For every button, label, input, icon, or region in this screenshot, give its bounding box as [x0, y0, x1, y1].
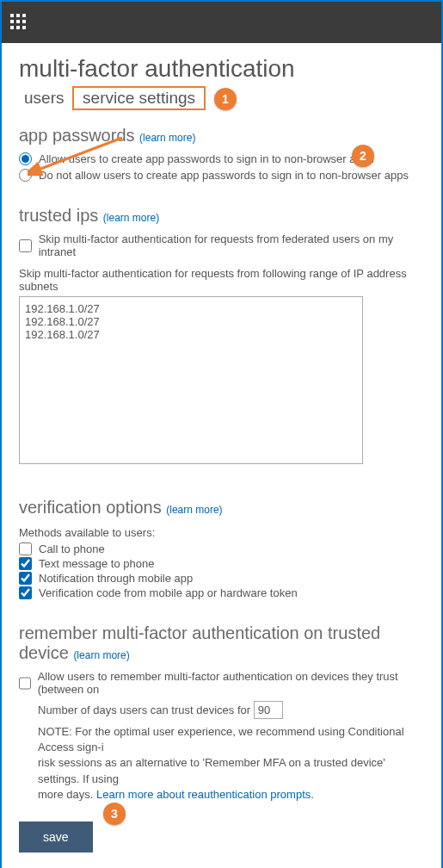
method-list: Call to phone Text message to phone Noti… — [19, 542, 424, 599]
radio-allow-input[interactable] — [19, 152, 32, 165]
learn-reauth-link[interactable]: Learn more about reauthentication prompt… — [96, 788, 311, 801]
radio-disallow-label: Do not allow users to create app passwor… — [39, 169, 409, 182]
heading-app-passwords: app passwords — [19, 126, 135, 145]
learn-more-trusted-ips[interactable]: (learn more) — [103, 212, 159, 224]
days-row: Number of days users can trust devices f… — [38, 701, 424, 719]
note-line1: NOTE: For the optimal user experience, w… — [38, 725, 404, 753]
remember-note: NOTE: For the optimal user experience, w… — [38, 724, 424, 803]
ip-subnets-textarea[interactable] — [19, 296, 363, 464]
checkbox-call-label: Call to phone — [39, 542, 105, 555]
page-title: multi-factor authentication — [19, 55, 424, 83]
radio-disallow-app-passwords[interactable]: Do not allow users to create app passwor… — [19, 169, 424, 182]
checkbox-call-input[interactable] — [19, 542, 32, 555]
days-label: Number of days users can trust devices f… — [38, 704, 250, 716]
learn-more-verification[interactable]: (learn more) — [166, 504, 222, 516]
radio-allow-label: Allow users to create app passwords to s… — [39, 152, 373, 165]
checkbox-remember-input[interactable] — [19, 677, 31, 690]
section-app-passwords: app passwords (learn more) — [19, 126, 424, 146]
checkbox-remember-mfa[interactable]: Allow users to remember multi-factor aut… — [19, 670, 424, 696]
checkbox-code-label: Verification code from mobile app or har… — [39, 586, 298, 599]
checkbox-verification-code[interactable]: Verification code from mobile app or har… — [19, 586, 424, 599]
checkbox-skip-federated-input[interactable] — [19, 239, 32, 252]
checkbox-text-input[interactable] — [19, 557, 32, 570]
heading-verification: verification options — [19, 498, 162, 517]
top-bar — [2, 2, 441, 43]
methods-available-label: Methods available to users: — [19, 526, 424, 539]
skip-range-label: Skip multi-factor authentication for req… — [19, 267, 424, 293]
section-remember: remember multi-factor authentication on … — [19, 623, 424, 663]
radio-disallow-input[interactable] — [19, 169, 32, 182]
tab-service-settings[interactable]: service settings — [72, 86, 206, 110]
note-line2: risk sessions as an alternative to 'Reme… — [38, 756, 385, 784]
section-verification: verification options (learn more) — [19, 498, 424, 518]
tab-users[interactable]: users — [19, 87, 69, 109]
days-input[interactable] — [254, 701, 283, 719]
checkbox-skip-federated[interactable]: Skip multi-factor authentication for req… — [19, 232, 424, 258]
remember-details: Number of days users can trust devices f… — [38, 701, 424, 803]
checkbox-notification-app[interactable]: Notification through mobile app — [19, 572, 424, 585]
save-button[interactable]: save — [19, 822, 93, 852]
checkbox-code-input[interactable] — [19, 586, 32, 599]
callout-2: 2 — [352, 145, 374, 167]
callout-3: 3 — [103, 803, 126, 825]
learn-more-remember[interactable]: (learn more) — [73, 649, 129, 661]
checkbox-text-to-phone[interactable]: Text message to phone — [19, 557, 424, 570]
content-area: multi-factor authentication users servic… — [2, 43, 441, 868]
checkbox-text-label: Text message to phone — [39, 557, 154, 570]
heading-trusted-ips: trusted ips — [19, 206, 98, 225]
checkbox-skip-federated-label: Skip multi-factor authentication for req… — [39, 232, 424, 258]
checkbox-call-to-phone[interactable]: Call to phone — [19, 542, 424, 555]
app-launcher-icon[interactable] — [10, 14, 28, 31]
callout-1: 1 — [214, 88, 237, 110]
learn-more-app-passwords[interactable]: (learn more) — [139, 132, 195, 144]
checkbox-notification-input[interactable] — [19, 572, 32, 585]
checkbox-remember-label: Allow users to remember multi-factor aut… — [38, 670, 424, 696]
checkbox-notification-label: Notification through mobile app — [39, 572, 193, 585]
note-line3: more days. — [38, 788, 93, 801]
section-trusted-ips: trusted ips (learn more) — [19, 206, 424, 226]
